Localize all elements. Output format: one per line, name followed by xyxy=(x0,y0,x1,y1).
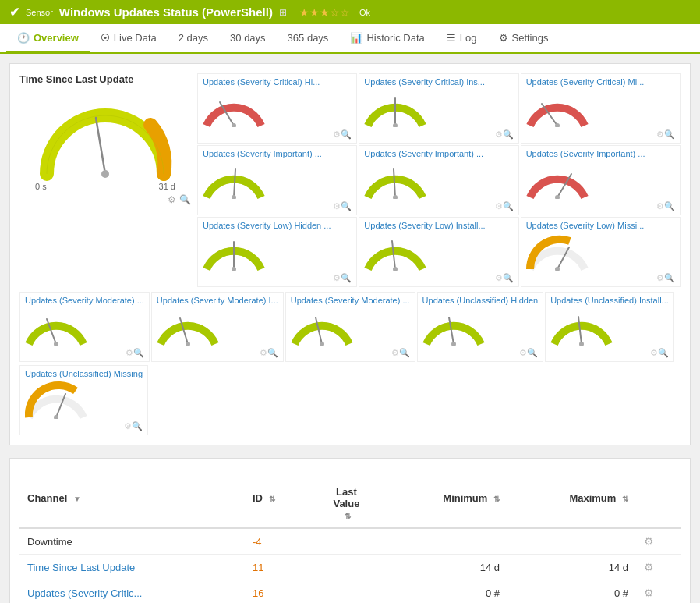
cell-minimum-2: 0 # xyxy=(383,580,507,604)
small-gauge-2: Updates (Severity Critical) Mi... ⚙🔍 xyxy=(521,73,681,144)
gauge-label-left: 0 s xyxy=(35,182,47,191)
page-title: Windows Updates Status (PowerShell) xyxy=(59,5,273,19)
cell-maximum-1: 14 d xyxy=(507,555,636,580)
bottom-gauge-4: Updates (Unclassified) Install... ⚙🔍 xyxy=(545,292,674,362)
small-gauge-3: Updates (Severity Important) ... ⚙🔍 xyxy=(197,145,357,215)
status-badge: Ok xyxy=(359,8,370,17)
svg-line-28 xyxy=(578,317,582,344)
check-icon: ✔ xyxy=(9,5,19,20)
sort-icon-minimum: ⇅ xyxy=(493,495,500,503)
small-gauge-5: Updates (Severity Important) ... ⚙🔍 xyxy=(521,145,681,215)
svg-point-17 xyxy=(393,267,398,271)
sort-icon-id: ⇅ xyxy=(269,495,275,503)
tab-2days[interactable]: 2 days xyxy=(168,24,219,54)
small-gauge-0: Updates (Severity Critical) Hi... ⚙🔍 xyxy=(197,73,357,144)
small-gauge-6: Updates (Severity Low) Hidden ... ⚙🔍 xyxy=(197,217,357,287)
main-gauge-zoom[interactable]: 🔍 xyxy=(179,194,191,205)
cell-channel-1[interactable]: Time Since Last Update xyxy=(19,555,245,580)
cell-channel-2[interactable]: Updates (Severity Critic... xyxy=(19,580,245,604)
row-gear-1[interactable]: ⚙ xyxy=(644,561,654,573)
table-row: Time Since Last Update 11 14 d 14 d ⚙ xyxy=(19,555,681,580)
main-gauge-section: Time Since Last Update 0 xyxy=(19,73,191,287)
bottom-gauge-2: Updates (Severity Moderate) ... ⚙🔍 xyxy=(285,292,415,362)
tab-30days[interactable]: 30 days xyxy=(219,24,277,54)
column-maximum[interactable]: Maximum ⇅ xyxy=(507,468,636,528)
main-content: Time Since Last Update 0 xyxy=(0,54,700,603)
small-gauge-7: Updates (Severity Low) Install... ⚙🔍 xyxy=(359,217,518,287)
tab-live-data[interactable]: ⦿ Live Data xyxy=(90,24,168,54)
cell-action-0[interactable]: ⚙ xyxy=(636,528,681,555)
column-channel[interactable]: Channel ▼ xyxy=(19,468,245,528)
tab-365days[interactable]: 365 days xyxy=(277,24,340,54)
svg-line-0 xyxy=(96,118,105,174)
svg-line-16 xyxy=(392,241,395,269)
svg-line-26 xyxy=(449,317,454,344)
last-gauge: Updates (Unclassified) Missing ⚙🔍 xyxy=(19,365,148,435)
table-row: Downtime -4 ⚙ xyxy=(19,528,681,555)
cell-minimum-1: 14 d xyxy=(383,555,507,580)
svg-line-8 xyxy=(234,169,235,197)
svg-point-29 xyxy=(579,342,584,346)
cell-maximum-0 xyxy=(507,528,636,555)
star-rating[interactable]: ★★★☆☆ xyxy=(299,6,350,19)
cell-last-value-1 xyxy=(310,555,383,580)
svg-point-5 xyxy=(393,123,398,127)
header: ✔ Sensor Windows Updates Status (PowerSh… xyxy=(0,0,700,24)
cell-id-1: 11 xyxy=(245,555,310,580)
sensor-label: Sensor xyxy=(26,8,53,17)
tab-settings[interactable]: ⚙ Settings xyxy=(488,24,560,54)
data-table: Channel ▼ ID ⇅ Last Value ⇅ Minimum ⇅ xyxy=(19,468,681,603)
svg-line-24 xyxy=(316,317,322,344)
flag-icon: ⊞ xyxy=(279,7,287,18)
main-gauge xyxy=(35,88,175,182)
svg-point-1 xyxy=(101,170,109,178)
svg-point-25 xyxy=(320,342,324,346)
cell-last-value-0 xyxy=(310,528,383,555)
column-id[interactable]: ID ⇅ xyxy=(245,468,310,528)
overview-panel: Time Since Last Update 0 xyxy=(9,63,691,445)
table-row: Updates (Severity Critic... 16 0 # 0 # ⚙ xyxy=(19,580,681,604)
sort-icon-last-value: ⇅ xyxy=(345,512,351,520)
cell-channel-0: Downtime xyxy=(19,528,245,555)
column-actions xyxy=(636,468,681,528)
svg-point-21 xyxy=(54,342,58,346)
svg-point-9 xyxy=(232,195,236,199)
tab-bar: 🕐 Overview ⦿ Live Data 2 days 30 days 36… xyxy=(0,24,700,54)
cell-minimum-0 xyxy=(383,528,507,555)
svg-point-31 xyxy=(54,415,58,419)
small-gauges-grid: Updates (Severity Critical) Hi... ⚙🔍 Upd… xyxy=(197,73,681,287)
cell-maximum-2: 0 # xyxy=(507,580,636,604)
small-gauge-4: Updates (Severity Important) ... ⚙🔍 xyxy=(359,145,518,215)
historic-icon: 📊 xyxy=(350,32,362,44)
svg-point-15 xyxy=(232,267,236,271)
bottom-gauge-1: Updates (Severity Moderate) I... ⚙🔍 xyxy=(151,292,284,362)
data-table-section: Channel ▼ ID ⇅ Last Value ⇅ Minimum ⇅ xyxy=(9,458,691,603)
svg-point-11 xyxy=(393,195,398,199)
last-gauge-row: Updates (Unclassified) Missing ⚙🔍 xyxy=(19,365,681,435)
cell-id-0: -4 xyxy=(245,528,310,555)
svg-point-23 xyxy=(186,342,190,346)
row-gear-2[interactable]: ⚙ xyxy=(644,587,654,599)
tab-historic[interactable]: 📊 Historic Data xyxy=(339,24,435,54)
settings-icon: ⚙ xyxy=(499,32,508,44)
column-last-value[interactable]: Last Value ⇅ xyxy=(310,468,383,528)
overview-icon: 🕐 xyxy=(17,32,30,44)
column-minimum[interactable]: Minimum ⇅ xyxy=(383,468,507,528)
sort-icon-maximum: ⇅ xyxy=(622,495,628,503)
table-header-row: Channel ▼ ID ⇅ Last Value ⇅ Minimum ⇅ xyxy=(19,468,681,528)
small-gauge-1: Updates (Severity Critical) Ins... ⚙🔍 xyxy=(359,73,518,144)
live-icon: ⦿ xyxy=(101,33,110,44)
bottom-gauge-0: Updates (Severity Moderate) ... ⚙🔍 xyxy=(19,292,150,362)
svg-point-27 xyxy=(451,342,456,346)
gauge-label-right: 31 d xyxy=(159,182,175,191)
tab-overview[interactable]: 🕐 Overview xyxy=(6,24,90,54)
bottom-gauges: Updates (Severity Moderate) ... ⚙🔍 Updat… xyxy=(19,292,681,362)
sort-icon-channel: ▼ xyxy=(73,495,81,503)
bottom-gauge-3: Updates (Unclassified) Hidden ⚙🔍 xyxy=(417,292,544,362)
cell-id-2: 16 xyxy=(245,580,310,604)
row-gear-0[interactable]: ⚙ xyxy=(644,535,654,548)
gauge-labels: 0 s 31 d xyxy=(35,182,175,191)
tab-log[interactable]: ☰ Log xyxy=(436,24,488,54)
main-gauge-gear[interactable]: ⚙ xyxy=(168,194,176,205)
small-gauge-8: Updates (Severity Low) Missi... ⚙🔍 xyxy=(521,217,681,287)
